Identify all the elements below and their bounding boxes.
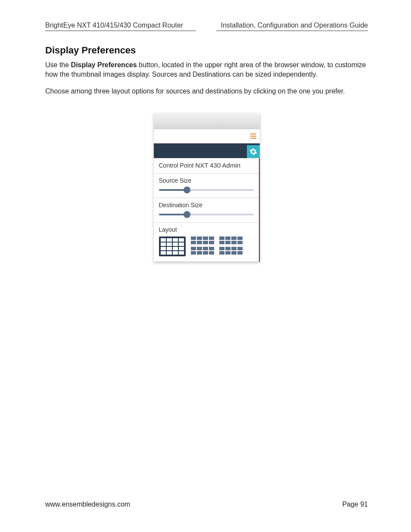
p1-bold: Display Preferences <box>71 61 137 68</box>
slider-thumb[interactable] <box>184 211 190 218</box>
app-header-bar <box>154 143 260 158</box>
page-header: BrightEye NXT 410/415/430 Compact Router… <box>45 22 368 33</box>
section-title: Display Preferences <box>45 45 368 56</box>
preferences-panel: Control Point NXT 430 Admin Source Size … <box>154 113 260 262</box>
control-point-label: Control Point <box>159 162 196 169</box>
control-point-name: NXT 430 Admin <box>195 162 240 169</box>
footer-page: Page 91 <box>342 501 368 508</box>
destination-size-label: Destination Size <box>159 202 254 208</box>
header-doc-title: Installation, Configuration and Operatio… <box>216 22 368 31</box>
header-product: BrightEye NXT 410/415/430 Compact Router <box>45 22 196 31</box>
preferences-body: Control Point NXT 430 Admin Source Size … <box>154 158 260 262</box>
figure: Control Point NXT 430 Admin Source Size … <box>45 113 368 262</box>
source-size-row: Source Size <box>154 174 259 198</box>
popover-arrow <box>250 158 257 162</box>
layout-option-2[interactable] <box>191 236 214 256</box>
source-size-label: Source Size <box>159 177 254 184</box>
paragraph-1: Use the Display Preferences button, loca… <box>45 60 368 79</box>
layout-option-1[interactable] <box>159 236 186 256</box>
browser-toolbar <box>154 129 260 143</box>
slider-fill <box>159 189 186 191</box>
destination-size-row: Destination Size <box>154 198 259 223</box>
footer-url: www.ensembledesigns.com <box>45 501 130 508</box>
hamburger-icon[interactable] <box>250 134 256 139</box>
layout-row: Layout <box>154 223 259 262</box>
display-preferences-button[interactable] <box>247 145 260 158</box>
p1-pre: Use the <box>45 61 71 68</box>
layout-label: Layout <box>159 226 254 233</box>
layout-option-3[interactable] <box>219 236 243 256</box>
page-footer: www.ensembledesigns.com Page 91 <box>45 501 368 508</box>
slider-fill <box>159 214 186 215</box>
control-point-row: Control Point NXT 430 Admin <box>154 158 259 174</box>
destination-size-slider[interactable] <box>159 211 254 218</box>
slider-thumb[interactable] <box>184 187 190 193</box>
source-size-slider[interactable] <box>159 187 254 193</box>
browser-tab-area <box>154 113 260 129</box>
layout-options <box>159 236 254 256</box>
paragraph-2: Choose among three layout options for so… <box>45 87 368 96</box>
